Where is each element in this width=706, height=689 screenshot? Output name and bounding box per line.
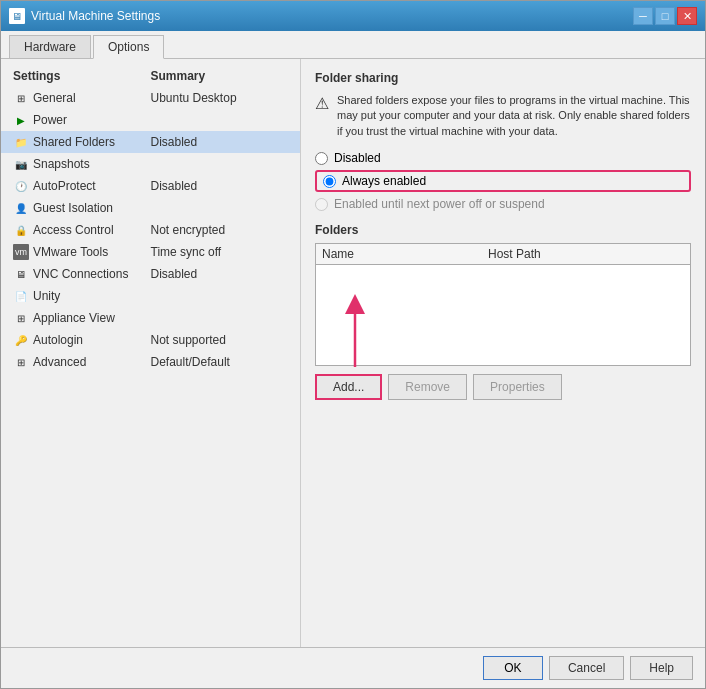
minimize-button[interactable]: ─: [633, 7, 653, 25]
tab-options[interactable]: Options: [93, 35, 164, 59]
autologin-icon: 🔑: [13, 332, 29, 348]
row-access-control[interactable]: 🔒 Access Control Not encrypted: [1, 219, 300, 241]
help-button[interactable]: Help: [630, 656, 693, 680]
shared-folders-icon: 📁: [13, 134, 29, 150]
guest-isolation-icon: 👤: [13, 200, 29, 216]
close-button[interactable]: ✕: [677, 7, 697, 25]
warning-box: ⚠ Shared folders expose your files to pr…: [315, 93, 691, 139]
shared-folders-label: Shared Folders: [33, 135, 115, 149]
advanced-summary: Default/Default: [151, 355, 289, 369]
properties-button[interactable]: Properties: [473, 374, 562, 400]
right-panel: Folder sharing ⚠ Shared folders expose y…: [301, 59, 705, 647]
autoprotect-label: AutoProtect: [33, 179, 96, 193]
power-icon: ▶: [13, 112, 29, 128]
title-bar: 🖥 Virtual Machine Settings ─ □ ✕: [1, 1, 705, 31]
radio-always-enabled-row: Always enabled: [315, 170, 691, 192]
autoprotect-summary: Disabled: [151, 179, 289, 193]
row-autoprotect[interactable]: 🕐 AutoProtect Disabled: [1, 175, 300, 197]
appliance-view-label: Appliance View: [33, 311, 115, 325]
bottom-bar: OK Cancel Help: [1, 647, 705, 688]
row-appliance-view[interactable]: ⊞ Appliance View: [1, 307, 300, 329]
power-label: Power: [33, 113, 67, 127]
vnc-summary: Disabled: [151, 267, 289, 281]
snapshots-label: Snapshots: [33, 157, 90, 171]
row-vmware-tools[interactable]: vm VMware Tools Time sync off: [1, 241, 300, 263]
radio-until-power-off-row: Enabled until next power off or suspend: [315, 197, 691, 211]
main-window: 🖥 Virtual Machine Settings ─ □ ✕ Hardwar…: [0, 0, 706, 689]
row-unity[interactable]: 📄 Unity: [1, 285, 300, 307]
access-control-summary: Not encrypted: [151, 223, 289, 237]
appliance-view-icon: ⊞: [13, 310, 29, 326]
row-vnc-connections[interactable]: 🖥 VNC Connections Disabled: [1, 263, 300, 285]
folders-buttons: Add... Remove Properties: [315, 374, 691, 400]
folders-table: Name Host Path: [315, 243, 691, 366]
warning-text: Shared folders expose your files to prog…: [337, 93, 691, 139]
title-bar-title: 🖥 Virtual Machine Settings: [9, 8, 160, 24]
row-shared-folders[interactable]: 📁 Shared Folders Disabled: [1, 131, 300, 153]
general-summary: Ubuntu Desktop: [151, 91, 289, 105]
advanced-icon: ⊞: [13, 354, 29, 370]
window-icon: 🖥: [9, 8, 25, 24]
radio-disabled-label: Disabled: [334, 151, 381, 165]
radio-disabled[interactable]: [315, 152, 328, 165]
shared-folders-summary: Disabled: [151, 135, 289, 149]
autoprotect-icon: 🕐: [13, 178, 29, 194]
window-title: Virtual Machine Settings: [31, 9, 160, 23]
radio-always-enabled[interactable]: [323, 175, 336, 188]
unity-icon: 📄: [13, 288, 29, 304]
folders-table-body[interactable]: [316, 265, 690, 365]
vnc-icon: 🖥: [13, 266, 29, 282]
settings-col-header: Settings: [13, 69, 151, 83]
row-general[interactable]: ⊞ General Ubuntu Desktop: [1, 87, 300, 109]
warning-icon: ⚠: [315, 93, 329, 139]
radio-disabled-row: Disabled: [315, 151, 691, 165]
settings-header: Settings Summary: [1, 67, 300, 85]
vnc-label: VNC Connections: [33, 267, 128, 281]
access-control-icon: 🔒: [13, 222, 29, 238]
autologin-summary: Not supported: [151, 333, 289, 347]
snapshots-icon: 📷: [13, 156, 29, 172]
row-snapshots[interactable]: 📷 Snapshots: [1, 153, 300, 175]
ok-button[interactable]: OK: [483, 656, 543, 680]
folders-table-header: Name Host Path: [316, 244, 690, 265]
row-advanced[interactable]: ⊞ Advanced Default/Default: [1, 351, 300, 373]
access-control-label: Access Control: [33, 223, 114, 237]
tab-bar: Hardware Options: [1, 31, 705, 59]
col-name: Name: [322, 247, 488, 261]
folders-section-title: Folders: [315, 223, 691, 237]
radio-always-enabled-label: Always enabled: [342, 174, 426, 188]
sharing-options: Disabled Always enabled Enabled until ne…: [315, 151, 691, 211]
vmware-tools-summary: Time sync off: [151, 245, 289, 259]
advanced-label: Advanced: [33, 355, 86, 369]
row-autologin[interactable]: 🔑 Autologin Not supported: [1, 329, 300, 351]
general-icon: ⊞: [13, 90, 29, 106]
radio-until-power-off-label: Enabled until next power off or suspend: [334, 197, 545, 211]
vmware-tools-label: VMware Tools: [33, 245, 108, 259]
add-button[interactable]: Add...: [315, 374, 382, 400]
maximize-button[interactable]: □: [655, 7, 675, 25]
autologin-label: Autologin: [33, 333, 83, 347]
row-power[interactable]: ▶ Power: [1, 109, 300, 131]
folder-sharing-title: Folder sharing: [315, 71, 691, 85]
summary-col-header: Summary: [151, 69, 289, 83]
row-guest-isolation[interactable]: 👤 Guest Isolation: [1, 197, 300, 219]
cancel-button[interactable]: Cancel: [549, 656, 624, 680]
guest-isolation-label: Guest Isolation: [33, 201, 113, 215]
radio-until-power-off[interactable]: [315, 198, 328, 211]
general-label: General: [33, 91, 76, 105]
main-content: Settings Summary ⊞ General Ubuntu Deskto…: [1, 59, 705, 647]
tab-hardware[interactable]: Hardware: [9, 35, 91, 58]
vmware-tools-icon: vm: [13, 244, 29, 260]
left-panel: Settings Summary ⊞ General Ubuntu Deskto…: [1, 59, 301, 647]
title-bar-controls: ─ □ ✕: [633, 7, 697, 25]
unity-label: Unity: [33, 289, 60, 303]
col-host-path: Host Path: [488, 247, 654, 261]
remove-button[interactable]: Remove: [388, 374, 467, 400]
